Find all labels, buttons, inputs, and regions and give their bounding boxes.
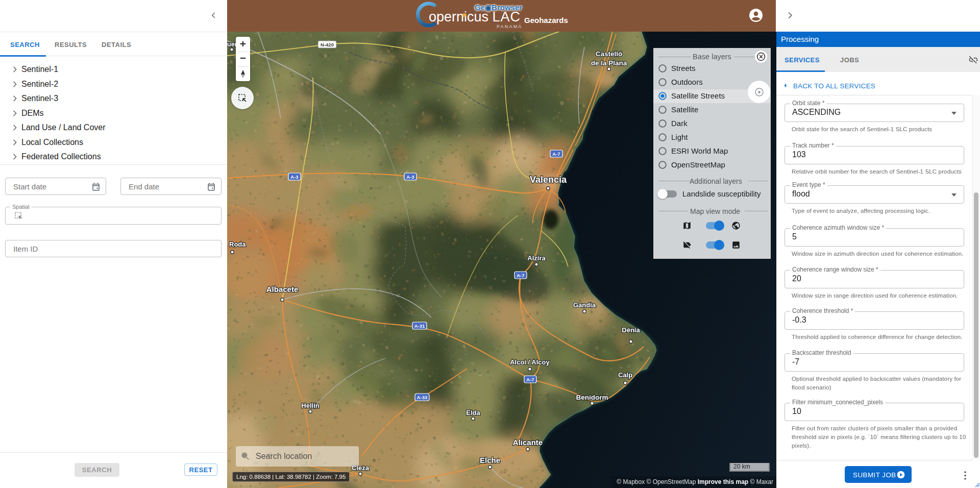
svg-text:Valencia: Valencia bbox=[530, 175, 567, 185]
svg-text:A-7: A-7 bbox=[526, 377, 534, 382]
svg-text:A-7: A-7 bbox=[517, 273, 524, 278]
svg-text:A-31: A-31 bbox=[414, 323, 425, 329]
svg-text:Albacete: Albacete bbox=[266, 285, 299, 294]
svg-text:A-3: A-3 bbox=[406, 174, 414, 180]
svg-text:N-420: N-420 bbox=[321, 42, 334, 47]
svg-text:Castelló: Castelló bbox=[596, 50, 623, 58]
svg-text:Alzira: Alzira bbox=[527, 254, 546, 262]
svg-text:Alicante: Alicante bbox=[513, 438, 543, 447]
svg-text:A-33: A-33 bbox=[417, 395, 428, 400]
svg-text:Elda: Elda bbox=[466, 409, 480, 417]
svg-text:Elche: Elche bbox=[480, 456, 500, 465]
svg-text:A-7: A-7 bbox=[552, 151, 560, 157]
svg-text:Alcoi / Alcoy: Alcoi / Alcoy bbox=[510, 358, 550, 366]
svg-text:Hellín: Hellín bbox=[301, 402, 319, 409]
svg-text:Dénia: Dénia bbox=[622, 326, 640, 334]
svg-text:Benidorm: Benidorm bbox=[576, 394, 608, 401]
svg-text:de la Plana: de la Plana bbox=[591, 59, 627, 67]
svg-text:Calp: Calp bbox=[618, 371, 632, 379]
svg-text:Roda: Roda bbox=[229, 240, 246, 248]
svg-text:A-3: A-3 bbox=[290, 174, 298, 180]
svg-text:Gandia: Gandia bbox=[573, 301, 596, 309]
